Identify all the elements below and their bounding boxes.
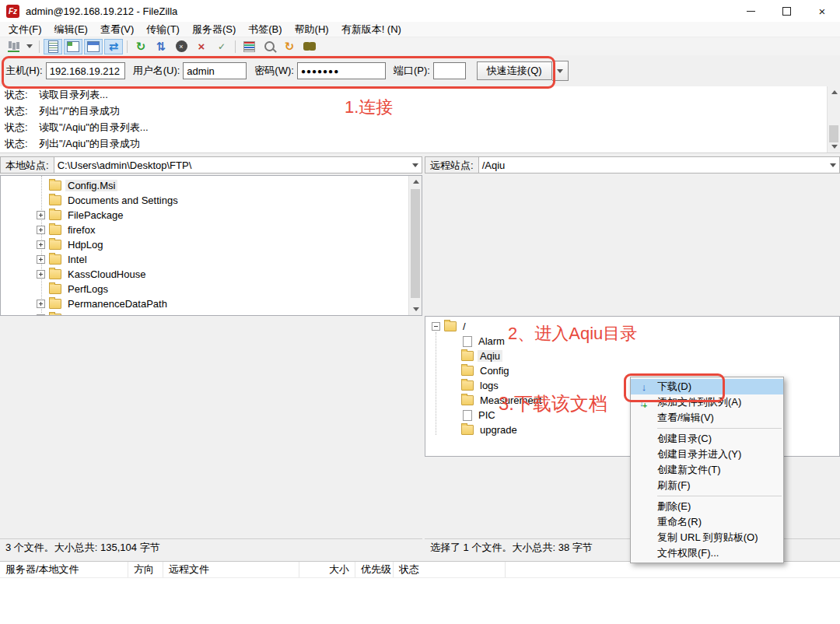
scroll-up-icon[interactable] [828, 86, 840, 98]
toggle-remote-tree-icon[interactable] [84, 39, 103, 54]
local-tree-item[interactable]: PerfLogs [1, 282, 422, 296]
folder-icon [463, 336, 472, 347]
local-tree-item[interactable]: FilePackage [1, 208, 422, 223]
queue-column-remote-file[interactable]: 远程文件 [163, 562, 299, 577]
menu-item[interactable]: 文件(F) [2, 22, 48, 37]
local-site-combo[interactable]: C:\Users\admin\Desktop\FTP\ [54, 156, 422, 174]
menu-item[interactable]: 帮助(H) [289, 22, 335, 37]
context-menu-item[interactable]: 创建新文件(T) [631, 462, 783, 478]
local-tree-item[interactable]: Program Files [1, 311, 422, 316]
scroll-down-icon[interactable] [409, 303, 422, 315]
directory-filter-icon[interactable] [240, 39, 258, 54]
filezilla-icon: Fz [6, 5, 19, 18]
queue-column-direction[interactable]: 方向 [128, 562, 163, 577]
context-menu-item[interactable]: 创建目录并进入(Y) [631, 447, 783, 462]
refresh-icon[interactable]: ↻ [131, 39, 150, 54]
tree-item-label: HdpLog [65, 239, 106, 251]
annotation-step1: 1.连接 [345, 96, 393, 119]
chevron-down-icon[interactable] [412, 163, 418, 167]
folder-icon [463, 410, 472, 421]
scrollbar-thumb[interactable] [411, 189, 420, 298]
tree-expander-icon[interactable] [37, 226, 45, 234]
local-tree-item[interactable]: KassCloudHouse [1, 267, 422, 282]
local-tree-item[interactable]: Documents and Settings [1, 193, 422, 208]
menu-item[interactable]: 服务器(S) [186, 22, 242, 37]
local-tree-item[interactable]: Intel [1, 252, 422, 267]
context-menu: ↓ 下载(D) ↓ 添加文件到队列(A) 查看/编辑(V) 创建目录(C) [630, 377, 784, 563]
context-menu-item[interactable] [657, 428, 782, 429]
remote-tree-item[interactable]: Aqiu [425, 349, 839, 363]
cancel-operation-icon[interactable]: × [172, 39, 191, 54]
log-status-label: 状态: [5, 137, 39, 151]
menu-item[interactable]: 查看(V) [94, 22, 140, 37]
context-menu-item[interactable]: 文件权限(F)... [631, 545, 783, 561]
tree-expander-icon[interactable] [37, 240, 45, 249]
scroll-down-icon[interactable] [828, 141, 840, 152]
tree-item-label: firefox [65, 224, 97, 236]
tree-expander-icon[interactable] [37, 314, 45, 316]
tree-expander-icon[interactable] [432, 322, 440, 331]
close-icon[interactable]: × [804, 0, 840, 22]
local-tree-scrollbar[interactable] [408, 176, 422, 315]
tree-item-label: / [460, 321, 468, 332]
context-menu-item[interactable] [657, 496, 782, 496]
folder-icon [461, 366, 474, 376]
context-menu-item[interactable]: 刷新(F) [631, 478, 783, 493]
queue-column-status[interactable]: 状态 [394, 562, 506, 577]
menu-item[interactable]: 书签(B) [242, 22, 288, 37]
local-tree-item[interactable]: firefox [1, 223, 422, 237]
menu-item-label: 刷新(F) [657, 479, 691, 493]
menu-item[interactable]: 编辑(E) [48, 22, 94, 37]
local-tree-item[interactable]: HdpLog [1, 237, 422, 252]
message-log: 状态: 读取目录列表... 状态: 列出"/"的目录成功 状态: 读取"/Aqi… [0, 86, 840, 153]
log-message: 读取目录列表... [39, 88, 108, 102]
context-menu-item[interactable]: 重命名(R) [631, 514, 783, 530]
reconnect-icon[interactable]: ✓ [212, 39, 231, 54]
disconnect-icon[interactable]: × [192, 39, 211, 54]
folder-icon [461, 380, 474, 391]
tree-item-label: Documents and Settings [65, 195, 180, 206]
minimize-icon[interactable] [733, 0, 768, 22]
tree-expander-icon[interactable] [37, 270, 45, 279]
menu-item[interactable]: 有新版本! (N) [335, 22, 408, 37]
menu-item-label: 创建目录(C) [657, 432, 712, 446]
toggle-transfer-queue-icon[interactable]: ⇄ [104, 39, 123, 54]
scrollbar-thumb[interactable] [829, 125, 838, 142]
tree-item-label: Config.Msi [65, 180, 117, 191]
toggle-local-tree-icon[interactable] [64, 39, 82, 54]
context-menu-item[interactable]: 创建目录(C) [631, 431, 783, 447]
folder-icon [49, 269, 61, 279]
local-site-label: 本地站点: [0, 156, 54, 174]
local-tree-item[interactable]: Config.Msi [1, 178, 422, 193]
context-menu-item[interactable]: 删除(E) [631, 499, 783, 514]
tree-expander-icon[interactable] [37, 211, 45, 219]
scroll-up-icon[interactable] [409, 176, 422, 188]
local-tree-item[interactable]: PermanenceDataPath [1, 296, 422, 311]
queue-column-server-local-file[interactable]: 服务器/本地文件 [0, 562, 128, 577]
context-menu-item[interactable]: 复制 URL 到剪贴板(O) [631, 530, 783, 545]
remote-site-combo[interactable]: /Aqiu [479, 156, 840, 174]
folder-icon [49, 284, 61, 294]
maximize-icon[interactable] [768, 0, 804, 22]
context-menu-item[interactable]: 查看/编辑(V) [631, 410, 783, 426]
site-manager-icon[interactable] [4, 39, 23, 54]
annotation-step3: 3.下载该文档 [499, 391, 607, 416]
local-status-bar: 3 个文件。大小总共: 135,104 字节 [0, 538, 422, 556]
tree-expander-icon[interactable] [37, 300, 45, 308]
window-controls: × [733, 0, 840, 22]
find-files-icon[interactable] [300, 39, 319, 54]
directory-comparison-icon[interactable] [260, 39, 278, 54]
queue-column-priority[interactable]: 优先级 [355, 562, 394, 577]
log-line: 状态: 列出"/Aqiu"的目录成功 [0, 135, 840, 152]
toggle-message-log-icon[interactable] [44, 39, 62, 54]
tree-expander-icon[interactable] [37, 255, 45, 264]
process-queue-icon[interactable]: ⇅ [152, 39, 170, 54]
tree-guide-line [436, 332, 436, 435]
synchronized-browsing-icon[interactable]: ↻ [280, 39, 299, 54]
folder-icon [49, 254, 61, 265]
menu-item[interactable]: 传输(T) [140, 22, 186, 37]
log-scrollbar[interactable] [827, 86, 840, 152]
chevron-down-icon[interactable] [830, 163, 836, 167]
queue-column-size[interactable]: 大小 [299, 562, 355, 577]
site-manager-dropdown-icon[interactable] [24, 39, 35, 54]
